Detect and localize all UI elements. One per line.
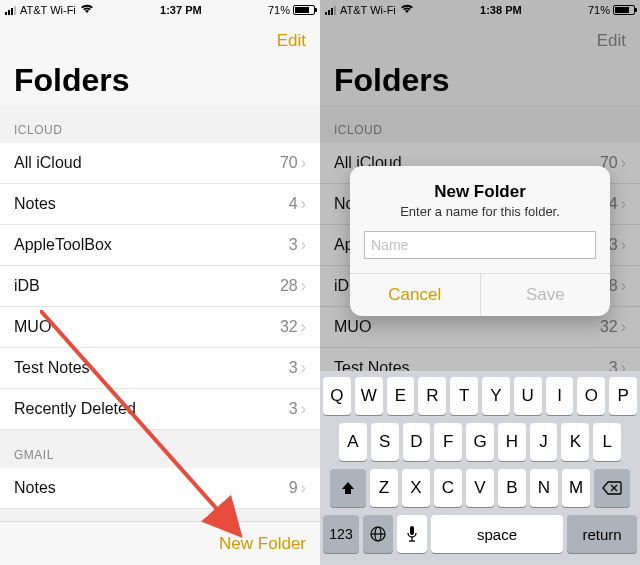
chevron-right-icon: ›: [301, 400, 306, 418]
key-l[interactable]: L: [593, 423, 621, 461]
phone-left: AT&T Wi-Fi 1:37 PM 71% Edit Folders ICLO…: [0, 0, 320, 565]
chevron-right-icon: ›: [621, 277, 626, 295]
key-s[interactable]: S: [371, 423, 399, 461]
chevron-right-icon: ›: [301, 318, 306, 336]
folder-count: 3: [289, 359, 298, 377]
key-i[interactable]: I: [546, 377, 574, 415]
key-a[interactable]: A: [339, 423, 367, 461]
chevron-right-icon: ›: [621, 236, 626, 254]
key-c[interactable]: C: [434, 469, 462, 507]
key-u[interactable]: U: [514, 377, 542, 415]
chevron-right-icon: ›: [621, 318, 626, 336]
section-header-icloud: ICLOUD: [0, 105, 320, 143]
key-d[interactable]: D: [403, 423, 431, 461]
key-z[interactable]: Z: [370, 469, 398, 507]
key-backspace[interactable]: [594, 469, 630, 507]
key-b[interactable]: B: [498, 469, 526, 507]
key-shift[interactable]: [330, 469, 366, 507]
folder-row[interactable]: iDB28›: [0, 266, 320, 307]
battery-icon: [293, 5, 315, 15]
folder-row[interactable]: Test Notes3›: [0, 348, 320, 389]
chevron-right-icon: ›: [621, 195, 626, 213]
folder-name-input[interactable]: [364, 231, 596, 259]
chevron-right-icon: ›: [301, 359, 306, 377]
status-bar: AT&T Wi-Fi 1:38 PM 71%: [320, 0, 640, 20]
folder-label: Notes: [14, 479, 289, 497]
folder-count: 3: [289, 236, 298, 254]
folder-row[interactable]: All iCloud70›: [0, 143, 320, 184]
folder-list: ICLOUD All iCloud70› Notes4› AppleToolBo…: [0, 105, 320, 547]
folder-count: 4: [609, 195, 618, 213]
folder-label: MUO: [334, 318, 600, 336]
key-w[interactable]: W: [355, 377, 383, 415]
signal-bars-icon: [325, 6, 336, 15]
folder-count: 32: [280, 318, 298, 336]
phone-right: AT&T Wi-Fi 1:38 PM 71% Edit Folders ICLO…: [320, 0, 640, 565]
edit-button[interactable]: Edit: [597, 31, 626, 51]
folder-label: iDB: [14, 277, 280, 295]
chevron-right-icon: ›: [301, 236, 306, 254]
keyboard: Q W E R T Y U I O P A S D F G H J K L Z …: [320, 371, 640, 565]
save-button[interactable]: Save: [481, 274, 611, 316]
key-n[interactable]: N: [530, 469, 558, 507]
key-space[interactable]: space: [431, 515, 563, 553]
key-t[interactable]: T: [450, 377, 478, 415]
key-mic[interactable]: [397, 515, 427, 553]
section-header-gmail: GMAIL: [0, 430, 320, 468]
status-bar: AT&T Wi-Fi 1:37 PM 71%: [0, 0, 320, 20]
navbar: Edit: [0, 20, 320, 62]
battery-pct: 71%: [268, 4, 290, 16]
edit-button[interactable]: Edit: [277, 31, 306, 51]
folder-label: AppleToolBox: [14, 236, 289, 254]
new-folder-alert: New Folder Enter a name for this folder.…: [350, 166, 610, 316]
folder-count: 3: [609, 236, 618, 254]
folder-count: 9: [289, 479, 298, 497]
carrier-label: AT&T Wi-Fi: [340, 4, 396, 16]
key-v[interactable]: V: [466, 469, 494, 507]
folder-row[interactable]: Recently Deleted3›: [0, 389, 320, 430]
key-e[interactable]: E: [387, 377, 415, 415]
key-globe[interactable]: [363, 515, 393, 553]
chevron-right-icon: ›: [621, 154, 626, 172]
folder-row[interactable]: MUO32›: [0, 307, 320, 348]
key-f[interactable]: F: [434, 423, 462, 461]
key-r[interactable]: R: [418, 377, 446, 415]
folder-count: 28: [280, 277, 298, 295]
new-folder-button[interactable]: New Folder: [219, 534, 306, 554]
key-y[interactable]: Y: [482, 377, 510, 415]
section-header-icloud: ICLOUD: [320, 105, 640, 143]
wifi-icon: [400, 3, 414, 17]
page-title: Folders: [0, 62, 320, 105]
key-123[interactable]: 123: [323, 515, 359, 553]
key-h[interactable]: H: [498, 423, 526, 461]
folder-row[interactable]: Notes9›: [0, 468, 320, 509]
clock: 1:38 PM: [480, 4, 522, 16]
folder-label: All iCloud: [14, 154, 280, 172]
key-p[interactable]: P: [609, 377, 637, 415]
page-title: Folders: [320, 62, 640, 105]
chevron-right-icon: ›: [301, 479, 306, 497]
wifi-icon: [80, 3, 94, 17]
clock: 1:37 PM: [160, 4, 202, 16]
chevron-right-icon: ›: [301, 154, 306, 172]
key-o[interactable]: O: [577, 377, 605, 415]
key-q[interactable]: Q: [323, 377, 351, 415]
folder-count: 32: [600, 318, 618, 336]
cancel-button[interactable]: Cancel: [350, 274, 481, 316]
folder-label: Recently Deleted: [14, 400, 289, 418]
folder-row[interactable]: Notes4›: [0, 184, 320, 225]
key-j[interactable]: J: [530, 423, 558, 461]
key-m[interactable]: M: [562, 469, 590, 507]
key-return[interactable]: return: [567, 515, 637, 553]
chevron-right-icon: ›: [301, 195, 306, 213]
alert-title: New Folder: [350, 166, 610, 204]
key-k[interactable]: K: [561, 423, 589, 461]
key-g[interactable]: G: [466, 423, 494, 461]
folder-label: MUO: [14, 318, 280, 336]
chevron-right-icon: ›: [301, 277, 306, 295]
folder-count: 70: [280, 154, 298, 172]
folder-label: Notes: [14, 195, 289, 213]
key-x[interactable]: X: [402, 469, 430, 507]
folder-row[interactable]: AppleToolBox3›: [0, 225, 320, 266]
alert-message: Enter a name for this folder.: [350, 204, 610, 231]
